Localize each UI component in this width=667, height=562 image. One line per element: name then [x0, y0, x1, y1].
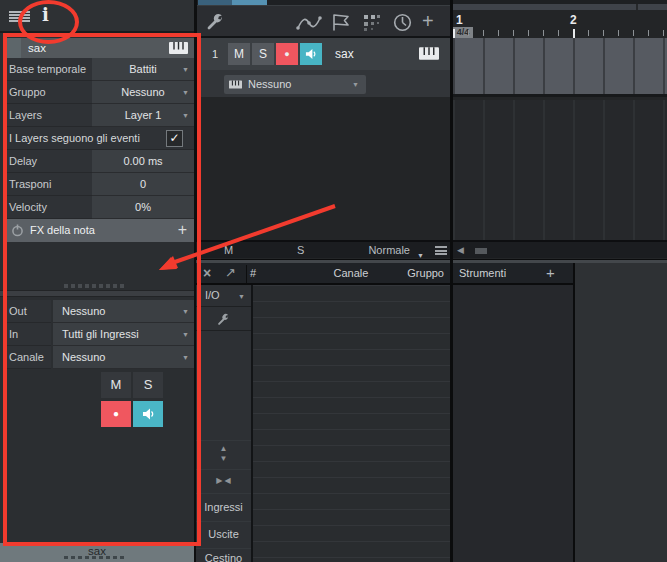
banks-outputs-button[interactable]: Uscite — [196, 521, 251, 547]
divider — [246, 265, 247, 283]
track-record-button[interactable]: ● — [276, 43, 298, 65]
instrument-select[interactable]: Nessuno ▼ — [224, 75, 366, 94]
strip-mute[interactable]: M — [224, 242, 233, 258]
bar-number: 2 — [570, 13, 577, 27]
record-arm-button[interactable]: ● — [101, 401, 131, 427]
monitor-button[interactable] — [133, 401, 163, 427]
banks-inputs-button[interactable]: Ingressi — [196, 493, 251, 520]
param-value: 0.00 ms — [123, 155, 162, 167]
track-monitor-button[interactable] — [300, 43, 322, 65]
automation-curve-icon[interactable] — [296, 15, 322, 31]
instrument-row: Nessuno ▼ — [197, 70, 451, 97]
track-lane[interactable] — [453, 38, 667, 97]
track-solo-button[interactable]: S — [252, 43, 274, 65]
arrange-background-grid[interactable] — [453, 100, 667, 240]
track-color-chip[interactable] — [4, 38, 21, 58]
narrow-channels-button[interactable]: ▶ ◀ — [196, 469, 251, 492]
param-label: Velocity — [4, 196, 92, 219]
bottom-track-tab[interactable]: sax — [0, 543, 194, 562]
lane-control-strip: M S Normale ▼ ◀ — [196, 240, 667, 258]
io-row[interactable]: I/O ▼ — [196, 285, 251, 307]
ruler-ticks — [453, 30, 667, 36]
wrench-icon[interactable] — [206, 11, 226, 31]
mode-select[interactable]: Normale — [348, 242, 410, 258]
prop-value: Battiti — [129, 63, 157, 75]
delay-value[interactable]: 0.00 ms — [92, 150, 194, 173]
param-label: Delay — [4, 150, 92, 173]
note-fx-label: FX della nota — [30, 219, 95, 242]
layers-select[interactable]: Layer 1 ▼ — [92, 104, 194, 127]
prop-label: Gruppo — [4, 81, 92, 104]
routing-value: Nessuno — [62, 351, 105, 363]
param-value: 0 — [140, 178, 146, 190]
track-name: sax — [335, 38, 354, 70]
console-setup-row[interactable] — [196, 307, 251, 331]
in-select[interactable]: Tutti gli Ingressi ▼ — [53, 323, 194, 346]
inspector-panel: i sax Base temporale Battiti ▼ Gruppo Ne… — [0, 0, 194, 562]
collapse-buttons[interactable]: ▲ ▼ — [196, 440, 251, 468]
marker-flag-icon[interactable] — [331, 13, 351, 31]
power-icon[interactable] — [11, 224, 24, 237]
layers-follow-checkbox[interactable]: ✓ — [166, 130, 183, 147]
solo-button[interactable]: S — [133, 372, 163, 398]
console-sidebar: I/O ▼ ▲ ▼ ▶ ◀ Ingressi Uscite Cestino — [196, 285, 253, 562]
timeline-ruler[interactable]: 1 4/4 2 — [453, 10, 667, 38]
tempo-clock-icon[interactable] — [393, 13, 412, 32]
velocity-value[interactable]: 0% — [92, 196, 194, 219]
bottom-resize-grip[interactable] — [64, 556, 126, 559]
prop-label: Layers — [4, 104, 92, 127]
console-empty-area — [575, 263, 667, 562]
inspector-track-header[interactable]: sax — [4, 38, 194, 58]
collapse-down-icon[interactable]: ▼ — [196, 455, 251, 463]
note-fx-section-header: FX della nota + — [4, 219, 194, 242]
strip-solo[interactable]: S — [297, 242, 304, 258]
io-label: I/O — [205, 285, 220, 306]
param-value: 0% — [135, 201, 151, 213]
speaker-icon — [305, 48, 317, 60]
add-track-button[interactable]: + — [422, 8, 434, 34]
channel-list — [253, 285, 450, 562]
scrollbar-handle[interactable] — [475, 248, 487, 254]
record-icon: ● — [284, 49, 289, 59]
bar-tick — [453, 29, 455, 38]
keyboard-icon — [169, 42, 188, 54]
arrange-toolbar: + — [197, 5, 451, 38]
chevron-down-icon: ▼ — [182, 112, 189, 119]
banks-trash-button[interactable]: Cestino — [196, 548, 251, 562]
add-instrument-button[interactable]: + — [546, 263, 555, 283]
panel-resize-grip[interactable] — [64, 284, 126, 288]
keyboard-icon — [229, 80, 242, 89]
bar-number: 1 — [456, 13, 463, 27]
studio-one-window: i sax Base temporale Battiti ▼ Gruppo Ne… — [0, 0, 667, 562]
quantize-grid-icon[interactable] — [363, 14, 381, 31]
list-menu-icon[interactable] — [435, 246, 447, 255]
track-mute-button[interactable]: M — [228, 43, 250, 65]
instruments-panel — [453, 285, 573, 562]
track-header[interactable]: 1 M S ● sax — [197, 38, 451, 70]
out-select[interactable]: Nessuno ▼ — [53, 300, 194, 323]
chevron-down-icon: ▼ — [182, 66, 189, 73]
transpose-value[interactable]: 0 — [92, 173, 194, 196]
scroll-left-icon[interactable]: ◀ — [457, 242, 464, 258]
prop-value: Nessuno — [121, 86, 164, 98]
wrench-icon — [217, 312, 231, 326]
track-number: 1 — [212, 38, 218, 70]
info-icon[interactable]: i — [42, 4, 49, 25]
speaker-icon — [142, 408, 155, 420]
keyboard-icon[interactable] — [419, 47, 439, 60]
group-select[interactable]: Nessuno ▼ — [92, 81, 194, 104]
routing-value: Nessuno — [62, 305, 105, 317]
column-group: Gruppo — [392, 263, 444, 283]
close-icon[interactable]: × — [203, 263, 211, 283]
channel-select[interactable]: Nessuno ▼ — [53, 346, 194, 369]
timebase-select[interactable]: Battiti ▼ — [92, 58, 194, 81]
pop-out-icon[interactable]: ↗ — [225, 263, 236, 283]
check-icon: ✓ — [169, 131, 179, 145]
track-header-panel: 1 M S ● sax — [197, 38, 451, 97]
mute-button[interactable]: M — [101, 372, 131, 398]
routing-label: Canale — [4, 346, 51, 369]
chevron-down-icon: ▼ — [238, 293, 245, 300]
routing-value: Tutti gli Ingressi — [62, 328, 139, 340]
hamburger-menu-icon[interactable] — [9, 11, 30, 22]
add-fx-button[interactable]: + — [178, 219, 187, 241]
